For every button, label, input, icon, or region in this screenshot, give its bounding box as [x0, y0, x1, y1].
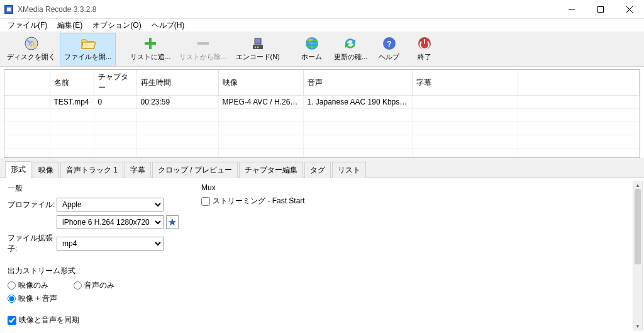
svg-rect-2: [7, 8, 11, 11]
col-rest[interactable]: [518, 70, 640, 96]
disc-icon: [24, 36, 39, 51]
row-video: MPEG-4 AVC / H.264 23.9...: [218, 96, 303, 109]
open-file-label: ファイルを開...: [64, 52, 111, 62]
home-button[interactable]: ホーム: [294, 33, 330, 65]
window-title: XMedia Recode 3.3.2.8: [18, 5, 557, 14]
sync-label: 映像と音声を同期: [19, 315, 79, 325]
output-stream-title: 出力ストリーム形式: [8, 266, 636, 276]
svg-rect-11: [197, 42, 209, 45]
help-icon: ?: [382, 36, 397, 51]
tab-strip: 形式 映像 音声トラック 1 字幕 クロップ / プレビュー チャプター編集 タ…: [0, 158, 644, 178]
app-icon: [4, 4, 14, 14]
table-row[interactable]: .: [4, 122, 640, 135]
close-button[interactable]: [615, 0, 644, 18]
file-list-container: 名前 チャプター 再生時間 映像 音声 字幕 TEST.mp4 0 00:23:…: [0, 67, 644, 158]
help-button[interactable]: ? ヘルプ: [372, 33, 407, 65]
svg-point-15: [257, 47, 258, 48]
profile-select[interactable]: Apple: [57, 198, 164, 212]
svg-rect-13: [255, 38, 261, 44]
file-list-header[interactable]: 名前 チャプター 再生時間 映像 音声 字幕: [4, 70, 640, 96]
tab-chapter-edit[interactable]: チャプター編集: [239, 162, 303, 178]
output-stream-group: 出力ストリーム形式 映像のみ 音声のみ 映像 + 音声: [8, 266, 636, 304]
check-update-button[interactable]: 更新の確...: [330, 33, 372, 65]
col-audio[interactable]: 音声: [303, 70, 412, 96]
panel-scrollbar[interactable]: ▲ ▼: [633, 181, 643, 330]
table-row[interactable]: .: [4, 149, 640, 159]
row-name: TEST.mp4: [50, 96, 94, 109]
table-row[interactable]: TEST.mp4 0 00:23:59 MPEG-4 AVC / H.264 2…: [4, 96, 640, 109]
tab-tag[interactable]: タグ: [304, 162, 331, 178]
col-chapter[interactable]: チャプター: [94, 70, 136, 96]
ext-label: ファイル拡張子:: [8, 233, 57, 254]
tab-subtitle[interactable]: 字幕: [125, 162, 151, 178]
svg-rect-20: [424, 39, 425, 44]
remove-from-list-button[interactable]: リストから除...: [175, 33, 231, 65]
sync-checkbox-row[interactable]: 映像と音声を同期: [8, 315, 79, 325]
radio-video-audio[interactable]: 映像 + 音声: [8, 293, 57, 304]
tab-crop-preview[interactable]: クロップ / プレビュー: [152, 162, 238, 178]
row-audio: 1. Japanese AAC 190 Kbps 48000 H...: [303, 96, 412, 109]
encode-button[interactable]: エンコード(N): [231, 33, 284, 65]
plus-icon: [143, 36, 158, 51]
add-to-list-label: リストに追...: [130, 52, 170, 62]
help-label: ヘルプ: [379, 52, 399, 62]
svg-text:?: ?: [387, 40, 391, 48]
exit-label: 終了: [418, 52, 431, 62]
row-subtitle: [412, 96, 518, 109]
star-icon: [168, 218, 177, 227]
open-disc-button[interactable]: ディスクを開く: [3, 33, 60, 65]
col-duration[interactable]: 再生時間: [136, 70, 218, 96]
title-bar: XMedia Recode 3.3.2.8: [0, 0, 644, 19]
menu-file[interactable]: ファイル(F): [3, 19, 52, 32]
tab-format[interactable]: 形式: [5, 161, 31, 178]
profile-label: プロファイル:: [8, 200, 57, 210]
menu-options[interactable]: オプション(O): [87, 19, 146, 32]
minimize-button[interactable]: [557, 0, 586, 18]
favorite-button[interactable]: [166, 215, 179, 229]
row-duration: 00:23:59: [136, 96, 218, 109]
scroll-down-icon[interactable]: ▼: [633, 322, 642, 330]
col-subtitle[interactable]: 字幕: [412, 70, 518, 96]
col-blank[interactable]: [4, 70, 50, 96]
streaming-checkbox-row[interactable]: ストリーミング - Fast Start: [201, 196, 377, 206]
preset-select[interactable]: iPhone 6 H.264 1280x720 2000 kbps: [57, 215, 164, 229]
add-to-list-button[interactable]: リストに追...: [126, 33, 175, 65]
globe-home-icon: [304, 36, 319, 51]
svg-rect-10: [145, 42, 156, 45]
svg-rect-4: [598, 6, 604, 12]
streaming-checkbox[interactable]: [201, 197, 210, 206]
scroll-up-icon[interactable]: ▲: [633, 181, 642, 189]
encode-label: エンコード(N): [236, 52, 280, 62]
maximize-button[interactable]: [586, 0, 615, 18]
tab-video[interactable]: 映像: [33, 162, 59, 178]
menu-help[interactable]: ヘルプ(H): [147, 19, 190, 32]
refresh-icon: [343, 36, 358, 51]
radio-audio-only[interactable]: 音声のみ: [74, 280, 114, 291]
tab-list[interactable]: リスト: [332, 162, 366, 178]
menu-edit[interactable]: 編集(E): [52, 19, 87, 32]
sync-checkbox[interactable]: [8, 316, 16, 325]
col-name[interactable]: 名前: [50, 70, 94, 96]
format-panel: 一般 プロファイル: Apple iPhone 6 H.264 1280x720…: [0, 178, 644, 333]
tab-audio-track1[interactable]: 音声トラック 1: [60, 162, 123, 178]
row-icon: [4, 96, 50, 109]
home-label: ホーム: [301, 52, 322, 62]
mux-title: Mux: [201, 183, 377, 192]
ext-select[interactable]: mp4: [57, 237, 164, 251]
menu-bar: ファイル(F) 編集(E) オプション(O) ヘルプ(H): [0, 19, 644, 31]
svg-point-14: [254, 47, 255, 48]
encode-icon: [250, 36, 265, 51]
table-row[interactable]: .: [4, 109, 640, 122]
check-update-label: 更新の確...: [334, 52, 367, 62]
table-row[interactable]: .: [4, 135, 640, 149]
col-video[interactable]: 映像: [218, 70, 303, 96]
file-list[interactable]: 名前 チャプター 再生時間 映像 音声 字幕 TEST.mp4 0 00:23:…: [4, 69, 640, 158]
radio-video-only[interactable]: 映像のみ: [8, 280, 48, 291]
mux-group: Mux ストリーミング - Fast Start: [201, 183, 377, 206]
minus-icon: [196, 36, 211, 51]
exit-button[interactable]: 終了: [407, 33, 442, 65]
open-file-button[interactable]: ファイルを開...: [60, 33, 116, 65]
streaming-label: ストリーミング - Fast Start: [213, 196, 305, 206]
scroll-thumb[interactable]: [635, 189, 641, 264]
open-disc-label: ディスクを開く: [7, 52, 55, 62]
